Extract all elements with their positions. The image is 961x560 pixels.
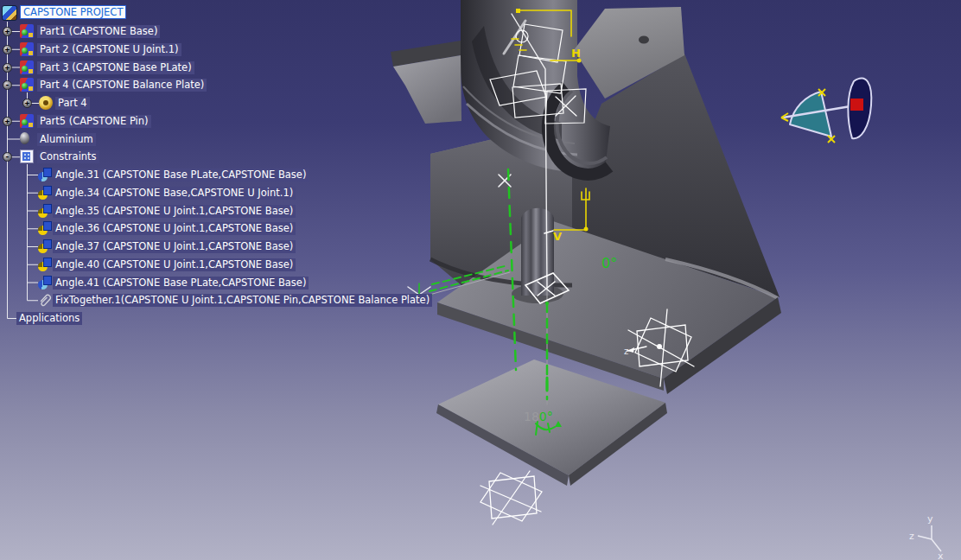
triad-y-label: y bbox=[927, 513, 933, 525]
specification-tree: CAPSTONE PROJECT +Part1 (CAPSTONE Base)+… bbox=[0, 0, 432, 346]
tree-root-item[interactable]: CAPSTONE PROJECT bbox=[0, 5, 432, 20]
expand-plus-icon[interactable]: + bbox=[3, 117, 12, 126]
tree-item[interactable]: Applications bbox=[0, 311, 432, 326]
angle-constraint-icon[interactable] bbox=[38, 258, 52, 271]
collapse-minus-icon[interactable]: - bbox=[3, 80, 12, 90]
angle-constraint-icon[interactable] bbox=[38, 168, 52, 181]
tree-item[interactable]: -Part 4 (CAPSTONE Balance Plate) bbox=[0, 78, 432, 92]
angle-annotation-0[interactable]: 0° bbox=[601, 255, 617, 271]
tree-item-label[interactable]: Angle.35 (CAPSTONE U Joint.1,CAPSTONE Ba… bbox=[53, 205, 296, 218]
tree-item-label[interactable]: Part 3 (CAPSTONE Base PLate) bbox=[37, 61, 194, 74]
v-dim-label: V bbox=[553, 230, 562, 243]
axis-triad: y z x bbox=[909, 513, 944, 560]
expand-plus-icon[interactable]: + bbox=[3, 45, 12, 54]
expand-plus-icon[interactable]: + bbox=[3, 63, 12, 73]
fixtogether-icon[interactable] bbox=[38, 293, 52, 307]
triad-z-label: z bbox=[909, 531, 914, 542]
tree-item[interactable]: Aluminium bbox=[0, 132, 432, 147]
tree-item-label[interactable]: Part 4 (CAPSTONE Balance Plate) bbox=[37, 79, 207, 92]
angle-constraint-icon[interactable] bbox=[38, 221, 52, 235]
tree-item[interactable]: +Part5 (CAPSTONE Pin) bbox=[0, 114, 432, 129]
part-icon[interactable] bbox=[20, 114, 34, 128]
tree-item[interactable]: Angle.35 (CAPSTONE U Joint.1,CAPSTONE Ba… bbox=[0, 204, 432, 219]
tree-item[interactable]: +Part1 (CAPSTONE Base) bbox=[0, 24, 432, 39]
tree-item-label[interactable]: Part 2 (CAPSTONE U Joint.1) bbox=[37, 43, 181, 56]
angle-constraint-icon[interactable] bbox=[38, 204, 52, 218]
part-icon[interactable] bbox=[20, 78, 34, 92]
tree-item-label[interactable]: Part5 (CAPSTONE Pin) bbox=[37, 115, 151, 128]
tree-item[interactable]: Angle.40 (CAPSTONE U Joint.1,CAPSTONE Ba… bbox=[0, 258, 432, 272]
tree-item-label[interactable]: Part1 (CAPSTONE Base) bbox=[37, 25, 160, 38]
material-icon[interactable] bbox=[20, 132, 29, 144]
tree-item-label[interactable]: Angle.31 (CAPSTONE Base PLate,CAPSTONE B… bbox=[53, 169, 309, 181]
tree-item[interactable]: +Part 4 bbox=[0, 96, 432, 111]
compass-red-handle[interactable] bbox=[850, 99, 863, 111]
triad-x-label: x bbox=[938, 550, 944, 560]
tree-item[interactable]: Angle.34 (CAPSTONE Base,CAPSTONE U Joint… bbox=[0, 186, 432, 200]
expand-plus-icon[interactable]: + bbox=[22, 99, 32, 108]
tree-item[interactable]: Angle.41 (CAPSTONE Base PLate,CAPSTONE B… bbox=[0, 276, 432, 290]
product-icon[interactable] bbox=[2, 5, 17, 21]
angle-constraint-icon[interactable] bbox=[38, 186, 52, 200]
tree-item[interactable]: Angle.37 (CAPSTONE U Joint.1,CAPSTONE Ba… bbox=[0, 239, 432, 254]
expand-plus-icon[interactable]: + bbox=[3, 27, 12, 36]
tree-root-label[interactable]: CAPSTONE PROJECT bbox=[20, 5, 126, 19]
tree-item-label[interactable]: FixTogether.1(CAPSTONE U Joint.1,CAPSTON… bbox=[53, 294, 432, 307]
tree-item-label[interactable]: Angle.36 (CAPSTONE U Joint.1,CAPSTONE Ba… bbox=[53, 222, 296, 235]
tree-item-label[interactable]: Constraints bbox=[37, 150, 99, 163]
tree-item[interactable]: FixTogether.1(CAPSTONE U Joint.1,CAPSTON… bbox=[0, 293, 432, 308]
tree-item-label[interactable]: Aluminium bbox=[37, 133, 96, 146]
tree-item-label[interactable]: Angle.40 (CAPSTONE U Joint.1,CAPSTONE Ba… bbox=[53, 258, 296, 271]
axis-z-marker-label: z bbox=[624, 347, 628, 356]
part-gear-icon[interactable] bbox=[39, 96, 53, 110]
catia-window: H V bbox=[0, 0, 961, 560]
tree-item-label[interactable]: Angle.37 (CAPSTONE U Joint.1,CAPSTONE Ba… bbox=[53, 240, 296, 253]
tree-item[interactable]: +Part 2 (CAPSTONE U Joint.1) bbox=[0, 42, 432, 57]
part-icon[interactable] bbox=[20, 60, 34, 74]
top-right-plate-hole bbox=[639, 36, 649, 44]
part-icon[interactable] bbox=[20, 24, 34, 38]
tree-item[interactable]: -Constraints bbox=[0, 150, 432, 164]
angle-constraint-icon[interactable] bbox=[38, 239, 52, 253]
tree-item-label[interactable]: Angle.34 (CAPSTONE Base,CAPSTONE U Joint… bbox=[53, 187, 296, 200]
tree-item[interactable]: Angle.31 (CAPSTONE Base PLate,CAPSTONE B… bbox=[0, 168, 432, 182]
constraints-icon[interactable] bbox=[20, 150, 34, 163]
model-capstone-assembly[interactable] bbox=[391, 0, 781, 486]
view-compass[interactable] bbox=[781, 78, 871, 143]
tree-item-label[interactable]: Part 4 bbox=[55, 97, 90, 110]
angle-constraint-icon[interactable] bbox=[38, 276, 52, 290]
h-dim-label: H bbox=[571, 47, 581, 60]
part-icon[interactable] bbox=[20, 42, 34, 56]
fix-symbol-bottom[interactable] bbox=[480, 471, 542, 525]
tree-item-label[interactable]: Applications bbox=[16, 312, 82, 325]
tree-item[interactable]: Angle.36 (CAPSTONE U Joint.1,CAPSTONE Ba… bbox=[0, 221, 432, 236]
tree-item-label[interactable]: Angle.41 (CAPSTONE Base PLate,CAPSTONE B… bbox=[53, 277, 309, 290]
tree-item[interactable]: +Part 3 (CAPSTONE Base PLate) bbox=[0, 60, 432, 75]
collapse-minus-icon[interactable]: - bbox=[3, 152, 12, 162]
compass-fan[interactable] bbox=[790, 92, 831, 137]
